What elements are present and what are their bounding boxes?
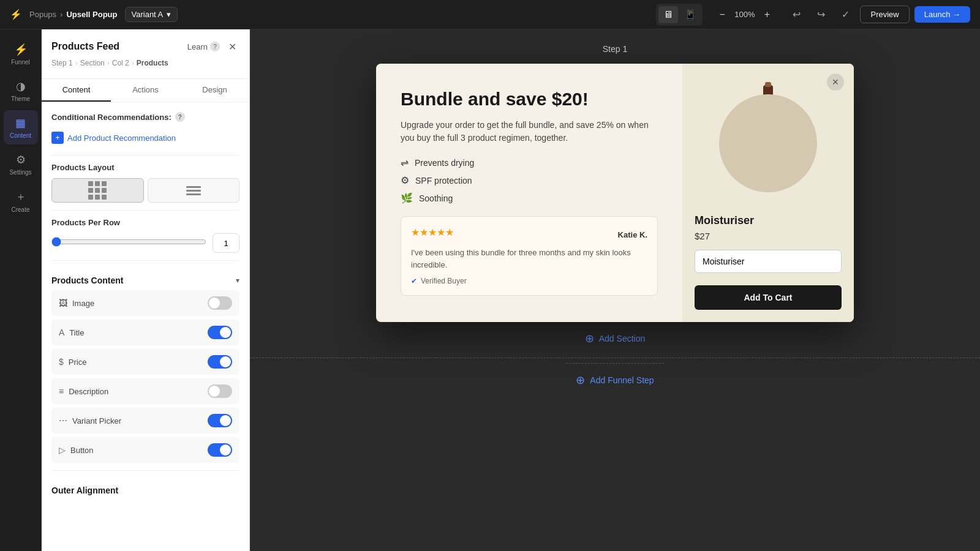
products-layout-label: Products Layout: [51, 163, 239, 172]
button-icon: ▷: [59, 445, 66, 455]
price-label: $ Price: [59, 357, 86, 367]
sidebar-item-funnel[interactable]: ⚡ Funnel: [4, 37, 38, 71]
outer-alignment-header: Outer Alignment: [51, 478, 239, 500]
panel-header: Products Feed Learn ? ✕ Step 1 › Section…: [42, 29, 249, 79]
layout-grid-option[interactable]: [51, 178, 144, 203]
toggle-price: $ Price: [51, 349, 239, 375]
variant-label: Variant A: [132, 10, 164, 19]
popup-features: ⇌ Prevents drying ⚙ SPF protection 🌿 Soo…: [401, 157, 658, 204]
redo-btn[interactable]: ↪: [811, 5, 831, 24]
breadcrumb-popups[interactable]: Popups: [29, 10, 56, 19]
feature-1-label: SPF protection: [415, 176, 472, 186]
add-section-label: Add Section: [599, 334, 646, 343]
panel-title-actions: Learn ? ✕: [187, 39, 239, 54]
sidebar-item-content[interactable]: ▦ Content: [4, 110, 38, 144]
review-text: I've been using this bundle for three mo…: [411, 247, 647, 271]
variant-picker-toggle[interactable]: [208, 414, 232, 427]
product-name: Moisturiser: [695, 214, 754, 227]
price-icon: $: [59, 357, 64, 367]
svg-rect-1: [765, 82, 771, 87]
panel-title-row: Products Feed Learn ? ✕: [51, 39, 239, 54]
outer-alignment-title: Outer Alignment: [51, 485, 118, 495]
add-rec-icon: +: [51, 132, 64, 144]
popup-title: Bundle and save $20!: [401, 88, 658, 110]
description-toggle[interactable]: [208, 384, 232, 398]
preview-button[interactable]: Preview: [860, 6, 909, 23]
button-text: Button: [70, 446, 94, 455]
undo-btn[interactable]: ↩: [786, 5, 806, 24]
layout-list-option[interactable]: [148, 178, 240, 203]
popup-subtitle: Upgrade your order to get the full bundl…: [401, 119, 658, 144]
variant-picker-text: Variant Picker: [72, 416, 121, 425]
image-text: Image: [72, 299, 94, 308]
verified-label: Verified Buyer: [421, 277, 467, 285]
toggle-title: A Title: [51, 320, 239, 345]
divider-2: [51, 210, 239, 211]
slider-container: [51, 237, 206, 249]
panel: Products Feed Learn ? ✕ Step 1 › Section…: [42, 29, 250, 551]
create-icon: ＋: [15, 189, 26, 204]
breadcrumb-upsell[interactable]: Upsell Popup: [66, 10, 117, 19]
canvas: Step 1 ✕ Bundle and save $20! Upgrade yo…: [250, 29, 980, 551]
add-funnel-label: Add Funnel Step: [590, 375, 654, 385]
variant-selector[interactable]: Variant A ▾: [125, 7, 178, 22]
sidebar-item-create[interactable]: ＋ Create: [4, 184, 38, 218]
zoom-in-btn[interactable]: +: [760, 7, 774, 22]
feature-0-label: Prevents drying: [415, 158, 474, 168]
bc-col2[interactable]: Col 2: [112, 59, 129, 67]
image-icon: 🖼: [59, 298, 67, 308]
logo: ⚡: [10, 9, 22, 20]
bc-step1[interactable]: Step 1: [51, 59, 73, 67]
per-row-control: 1: [51, 233, 239, 253]
title-toggle[interactable]: [208, 326, 232, 339]
sidebar-item-theme[interactable]: ◑ Theme: [4, 73, 38, 108]
zoom-out-btn[interactable]: −: [715, 7, 729, 22]
toggle-button: ▷ Button: [51, 437, 239, 463]
add-to-cart-btn[interactable]: Add To Cart: [695, 285, 842, 310]
verified-icon: ✔: [411, 277, 417, 285]
add-section-icon: ⊕: [585, 332, 594, 345]
launch-button[interactable]: Launch →: [914, 6, 970, 23]
step-label: Step 1: [603, 44, 627, 54]
tab-design[interactable]: Design: [180, 79, 249, 102]
help-icon[interactable]: ?: [210, 42, 220, 51]
mobile-device-btn[interactable]: 📱: [680, 6, 700, 23]
bc-section[interactable]: Section: [80, 59, 105, 67]
desktop-device-btn[interactable]: 🖥: [658, 6, 678, 23]
tab-content[interactable]: Content: [42, 79, 111, 102]
add-section-row[interactable]: ⊕ Add Section: [575, 322, 655, 355]
divider-3: [51, 260, 239, 261]
check-btn[interactable]: ✓: [835, 5, 855, 24]
review-author: Katie K.: [618, 230, 647, 239]
title-text: Title: [69, 328, 84, 337]
button-label: ▷ Button: [59, 445, 94, 455]
product-variant-select[interactable]: Moisturiser: [695, 250, 842, 273]
sidebar-item-settings[interactable]: ⚙ Settings: [4, 147, 38, 181]
products-content-header[interactable]: Products Content ▾: [51, 268, 239, 290]
price-toggle[interactable]: [208, 355, 232, 369]
theme-icon: ◑: [16, 80, 26, 93]
add-recommendation-btn[interactable]: + Add Product Recommendation: [51, 128, 239, 148]
panel-close-btn[interactable]: ✕: [225, 39, 239, 54]
button-toggle[interactable]: [208, 443, 232, 457]
tab-actions[interactable]: Actions: [111, 79, 180, 102]
per-row-label: Products Per Row: [51, 218, 239, 227]
learn-link[interactable]: Learn ?: [187, 42, 220, 51]
content-icon: ▦: [15, 116, 26, 130]
image-label: 🖼 Image: [59, 298, 94, 308]
add-funnel-step-row[interactable]: ⊕ Add Funnel Step: [566, 363, 663, 397]
popup-close-btn[interactable]: ✕: [827, 73, 844, 91]
description-text: Description: [69, 387, 108, 396]
zoom-value: 100%: [734, 10, 755, 19]
title-label: A Title: [59, 328, 84, 337]
conditional-label: Conditional Recommendations: ?: [51, 112, 239, 122]
image-toggle[interactable]: [208, 296, 232, 310]
per-row-slider[interactable]: [51, 237, 206, 247]
panel-tabs: Content Actions Design: [42, 79, 249, 102]
conditional-help-icon[interactable]: ?: [175, 112, 185, 122]
divider-4: [51, 470, 239, 471]
breadcrumb: Popups › Upsell Popup: [29, 10, 118, 19]
layout-options: [51, 178, 239, 203]
funnel-label: Funnel: [11, 59, 30, 66]
layout-list-icon: [186, 186, 201, 195]
